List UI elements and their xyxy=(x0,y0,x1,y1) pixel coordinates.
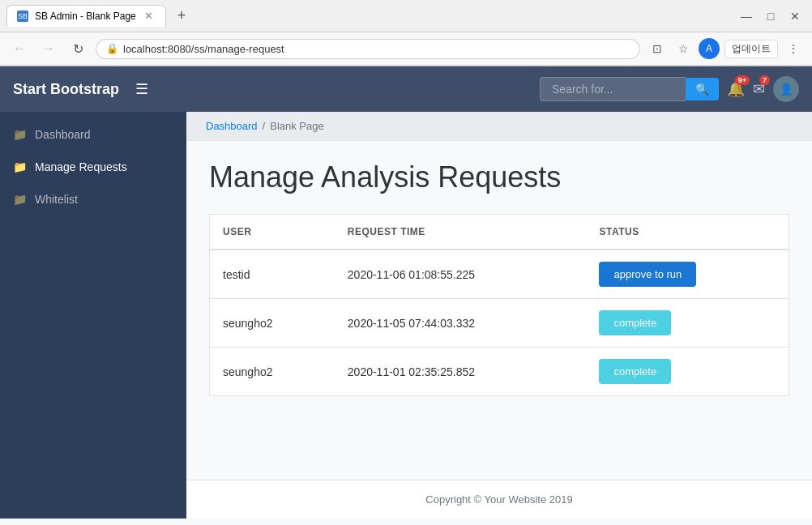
content-body: Manage Analysis Requests USER REQUEST TI… xyxy=(186,141,812,480)
browser-tab[interactable]: SB SB Admin - Blank Page ✕ xyxy=(6,5,166,27)
breadcrumb-separator: / xyxy=(263,120,266,132)
tab-close-button[interactable]: ✕ xyxy=(143,10,156,23)
manage-requests-icon: 📁 xyxy=(13,160,27,173)
notification-bell-wrapper[interactable]: 🔔 9+ xyxy=(727,80,745,98)
cell-request-time: 2020-11-01 02:35:25.852 xyxy=(335,348,587,396)
browser-chrome: SB SB Admin - Blank Page ✕ + — □ ✕ ← → ↻… xyxy=(0,0,812,66)
sidebar-item-dashboard[interactable]: 📁 Dashboard xyxy=(0,118,186,151)
table-row: testid2020-11-06 01:08:55.225approve to … xyxy=(210,250,789,299)
table-header-row: USER REQUEST TIME STATUS xyxy=(210,215,789,250)
cell-status: approve to run xyxy=(586,250,788,299)
complete-button[interactable]: complete xyxy=(599,359,671,384)
back-button[interactable]: ← xyxy=(8,37,31,60)
app-wrapper: Start Bootstrap ☰ 🔍 🔔 9+ ✉ 7 👤 📁 Dashboa… xyxy=(0,66,812,519)
window-controls: — □ ✕ xyxy=(736,6,806,27)
sidebar-item-label-whitelist: Whitelist xyxy=(35,193,78,206)
whitelist-icon: 📁 xyxy=(13,193,27,206)
sidebar-item-label-manage-requests: Manage Requests xyxy=(35,160,127,173)
tab-favicon: SB xyxy=(17,11,28,22)
tab-title: SB Admin - Blank Page xyxy=(35,11,136,22)
lock-icon: 🔒 xyxy=(106,43,118,54)
approve-to-run-button[interactable]: approve to run xyxy=(599,262,696,287)
mail-badge: 7 xyxy=(759,75,770,85)
table-row: seungho22020-11-05 07:44:03.332complete xyxy=(210,299,789,348)
col-header-user: USER xyxy=(210,215,335,250)
cell-status: complete xyxy=(586,299,788,348)
col-header-request-time: REQUEST TIME xyxy=(335,215,587,250)
cell-request-time: 2020-11-06 01:08:55.225 xyxy=(335,250,587,299)
breadcrumb-parent-link[interactable]: Dashboard xyxy=(206,120,258,132)
requests-table: USER REQUEST TIME STATUS testid2020-11-0… xyxy=(209,214,789,396)
browser-titlebar: SB SB Admin - Blank Page ✕ + — □ ✕ xyxy=(0,0,812,32)
cell-user: seungho2 xyxy=(210,299,335,348)
cell-user: seungho2 xyxy=(210,348,335,396)
minimize-button[interactable]: — xyxy=(736,6,757,27)
top-navbar: Start Bootstrap ☰ 🔍 🔔 9+ ✉ 7 👤 xyxy=(0,66,812,112)
sidebar-item-manage-requests[interactable]: 📁 Manage Requests xyxy=(0,151,186,183)
complete-button[interactable]: complete xyxy=(599,310,671,335)
main-area: 📁 Dashboard 📁 Manage Requests 📁 Whitelis… xyxy=(0,112,812,519)
table-header: USER REQUEST TIME STATUS xyxy=(210,215,789,250)
content-footer: Copyright © Your Website 2019 xyxy=(186,480,812,519)
user-avatar[interactable]: 👤 xyxy=(773,76,799,102)
maximize-button[interactable]: □ xyxy=(760,6,781,27)
cell-status: complete xyxy=(586,348,788,396)
search-button[interactable]: 🔍 xyxy=(686,78,719,100)
forward-button[interactable]: → xyxy=(37,37,60,60)
cast-icon[interactable]: ⊡ xyxy=(647,38,668,59)
footer-copyright: Copyright © Your Website 2019 xyxy=(425,493,572,506)
sidebar-item-whitelist[interactable]: 📁 Whitelist xyxy=(0,183,186,216)
profile-icon[interactable]: A xyxy=(699,38,720,59)
search-input[interactable] xyxy=(540,77,686,101)
close-button[interactable]: ✕ xyxy=(784,6,806,27)
browser-action-icons: ⊡ ☆ A 업데이트 ⋮ xyxy=(647,38,804,59)
korean-update-button[interactable]: 업데이트 xyxy=(724,40,778,58)
mail-icon-wrapper[interactable]: ✉ 7 xyxy=(753,80,765,98)
brand-name[interactable]: Start Bootstrap xyxy=(13,81,119,98)
search-form: 🔍 xyxy=(540,77,719,101)
breadcrumb-current: Blank Page xyxy=(270,120,324,132)
new-tab-button[interactable]: + xyxy=(173,6,191,26)
cell-request-time: 2020-11-05 07:44:03.332 xyxy=(335,299,587,348)
table-row: seungho22020-11-01 02:35:25.852complete xyxy=(210,348,789,396)
breadcrumb: Dashboard / Blank Page xyxy=(186,112,812,141)
hamburger-button[interactable]: ☰ xyxy=(129,77,155,101)
refresh-button[interactable]: ↻ xyxy=(66,37,89,60)
table-body: testid2020-11-06 01:08:55.225approve to … xyxy=(210,250,789,396)
address-bar[interactable]: 🔒 localhost:8080/ss/manage-request xyxy=(96,39,640,59)
bell-badge: 9+ xyxy=(735,75,750,85)
more-options-icon[interactable]: ⋮ xyxy=(783,38,804,59)
col-header-status: STATUS xyxy=(586,215,788,250)
content-area: Dashboard / Blank Page Manage Analysis R… xyxy=(186,112,812,519)
cell-user: testid xyxy=(210,250,335,299)
page-title: Manage Analysis Requests xyxy=(209,160,789,194)
sidebar-item-label-dashboard: Dashboard xyxy=(35,128,91,141)
dashboard-icon: 📁 xyxy=(13,128,27,141)
sidebar: 📁 Dashboard 📁 Manage Requests 📁 Whitelis… xyxy=(0,112,186,519)
bookmark-icon[interactable]: ☆ xyxy=(673,38,694,59)
browser-controls: ← → ↻ 🔒 localhost:8080/ss/manage-request… xyxy=(0,32,812,66)
url-text: localhost:8080/ss/manage-request xyxy=(123,43,630,55)
navbar-right: 🔍 🔔 9+ ✉ 7 👤 xyxy=(540,76,799,102)
